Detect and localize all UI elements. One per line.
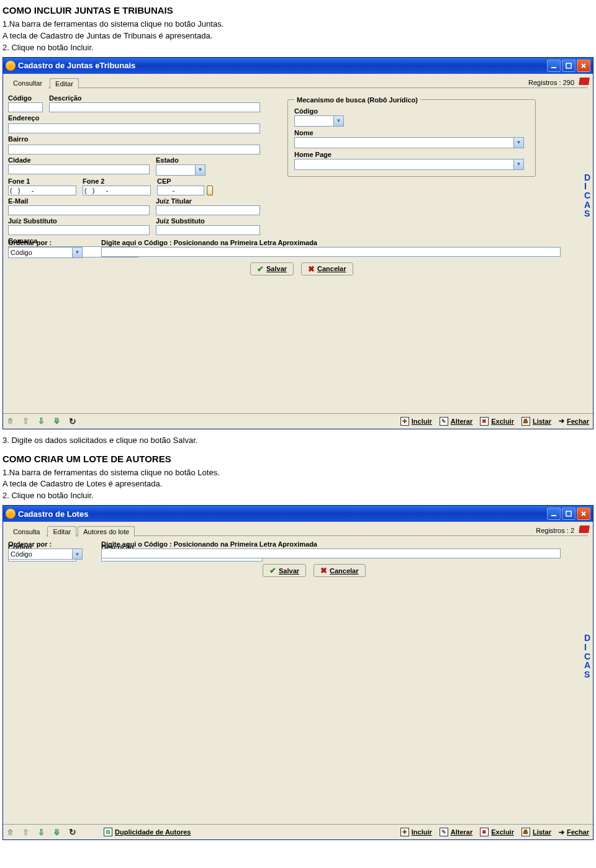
section-heading-1: COMO INCLUIR JUNTAS E TRIBUNAIS	[2, 5, 596, 16]
fechar-button[interactable]: ➔Fechar	[559, 417, 589, 426]
fone2-input[interactable]	[83, 186, 151, 195]
cidade-input[interactable]	[8, 164, 150, 174]
cancelar-button[interactable]: ✖Cancelar	[301, 262, 353, 275]
app-icon	[6, 509, 16, 519]
salvar-button[interactable]: ✔Salvar	[263, 564, 306, 577]
incluir-icon: ✚	[400, 417, 409, 426]
nav-refresh-icon[interactable]: ↻	[69, 416, 76, 426]
label-digite: Digite aqui o Código : Posicionando na P…	[101, 540, 588, 548]
label-bairro: Bairro	[8, 135, 263, 143]
dicas-sidebar[interactable]: D I C A S	[584, 173, 590, 218]
nav-next-icon[interactable]: ⇩	[38, 828, 45, 837]
email-input[interactable]	[8, 205, 150, 215]
footer-label: Fechar	[567, 418, 589, 425]
nav-first-icon[interactable]: ⤊	[7, 416, 14, 426]
digite-input[interactable]	[101, 548, 561, 558]
nav-next-icon[interactable]: ⇩	[38, 416, 45, 426]
tab-autores[interactable]: Autores do lote	[78, 526, 135, 537]
alterar-icon: ✎	[440, 828, 448, 836]
nav-first-icon[interactable]: ⤊	[7, 828, 14, 837]
step-text: 3. Digite os dados solicitados e clique …	[2, 436, 596, 446]
label-estado: Estado	[156, 156, 205, 164]
ordenar-select[interactable]: Código▼	[8, 548, 83, 560]
minimize-button[interactable]	[547, 508, 561, 520]
cep-input[interactable]	[157, 186, 204, 195]
incluir-button[interactable]: ✚Incluir	[400, 417, 432, 426]
homepage-select[interactable]: ▼	[294, 159, 524, 170]
step-text: A tecla de Cadastro de Juntas de Tribuna…	[2, 31, 596, 42]
nav-last-icon[interactable]: ⤋	[53, 416, 60, 426]
nav-last-icon[interactable]: ⤋	[53, 828, 60, 837]
maximize-button[interactable]	[562, 60, 576, 72]
listar-button[interactable]: 🖶Listar	[522, 828, 551, 836]
endereco-input[interactable]	[8, 123, 260, 133]
step-text: A tecla de Cadastro de Lotes é apresenta…	[2, 479, 596, 490]
nav-prev-icon[interactable]: ⇧	[22, 828, 29, 837]
listar-button[interactable]: 🖶Listar	[522, 417, 551, 426]
footer-label: Incluir	[412, 418, 432, 425]
label-cidade: Cidade	[8, 156, 150, 164]
dicas-letter: I	[584, 643, 590, 652]
juiz-sub1-input[interactable]	[8, 225, 150, 235]
x-icon: ✖	[308, 264, 315, 274]
registros-count: Registros : 2	[536, 527, 574, 534]
tab-editar[interactable]: Editar	[47, 526, 76, 537]
footer-label: Incluir	[412, 828, 432, 836]
estado-select[interactable]: ▼	[156, 164, 205, 176]
duplicidade-button[interactable]: ⧉Duplicidade de Autores	[104, 828, 191, 836]
label-homepage: Home Page	[294, 151, 529, 158]
excluir-icon: ✖	[480, 417, 489, 426]
label-codigo: Código	[8, 94, 43, 102]
alterar-button[interactable]: ✎Alterar	[440, 828, 472, 836]
salvar-button[interactable]: ✔Salvar	[250, 262, 294, 275]
ordenar-value: Código	[9, 550, 72, 558]
maximize-button[interactable]	[562, 508, 576, 520]
footer-label: Excluir	[491, 828, 514, 836]
step-text: 1.Na barra de ferramentas do sistema cli…	[2, 468, 596, 478]
minimize-button[interactable]	[547, 60, 561, 72]
fechar-icon: ➔	[559, 828, 564, 836]
window-lotes: Cadastro de Lotes Consulta Editar Autore…	[2, 505, 594, 840]
fechar-button[interactable]: ➔Fechar	[559, 828, 589, 836]
alterar-button[interactable]: ✎Alterar	[440, 417, 472, 426]
step-text: 2. Clique no botão Incluir.	[2, 43, 596, 53]
window-juntas: Cadastro de Juntas eTribunais Consultar …	[2, 57, 594, 429]
listar-icon: 🖶	[522, 828, 530, 836]
ordenar-select[interactable]: Código▼	[8, 247, 83, 258]
nome-select[interactable]: ▼	[294, 137, 524, 148]
label-ordenar: Ordenar por :	[8, 540, 83, 548]
nav-refresh-icon[interactable]: ↻	[69, 827, 76, 837]
dicas-sidebar[interactable]: D I C A S	[584, 633, 590, 679]
pin-icon[interactable]	[579, 526, 590, 533]
x-icon: ✖	[320, 566, 327, 575]
label-nome: Nome	[294, 129, 529, 136]
fone1-input[interactable]	[8, 186, 76, 195]
mec-codigo-select[interactable]: ▼	[294, 115, 344, 127]
tab-consulta[interactable]: Consulta	[8, 527, 46, 537]
mecanismo-fieldset: Mecanismo de busca (Robô Jurídico) Códig…	[287, 99, 536, 177]
tab-editar[interactable]: Editar	[50, 78, 79, 89]
nav-prev-icon[interactable]: ⇧	[22, 416, 29, 426]
fechar-icon: ➔	[559, 417, 564, 425]
label-email: E-Mail	[8, 197, 150, 205]
label-descricao: Descrição	[49, 94, 263, 102]
tab-consultar[interactable]: Consultar	[8, 78, 48, 88]
dicas-letter: I	[584, 182, 590, 191]
tabs: Consultar Editar	[8, 78, 588, 88]
close-button[interactable]	[577, 508, 590, 520]
juiz-titular-input[interactable]	[156, 205, 260, 215]
svg-rect-5	[566, 511, 571, 516]
bairro-input[interactable]	[8, 145, 260, 154]
digite-input[interactable]	[101, 247, 561, 257]
descricao-input[interactable]	[49, 102, 260, 112]
close-button[interactable]	[577, 60, 590, 72]
codigo-input[interactable]	[8, 102, 43, 112]
address-lookup-icon[interactable]	[207, 186, 213, 195]
registros-count: Registros : 290	[528, 79, 574, 86]
pin-icon[interactable]	[579, 78, 590, 85]
cancelar-button[interactable]: ✖Cancelar	[314, 564, 365, 577]
excluir-button[interactable]: ✖Excluir	[480, 417, 514, 426]
juiz-sub2-input[interactable]	[156, 225, 260, 235]
incluir-button[interactable]: ✚Incluir	[400, 828, 432, 836]
excluir-button[interactable]: ✖Excluir	[480, 828, 514, 836]
